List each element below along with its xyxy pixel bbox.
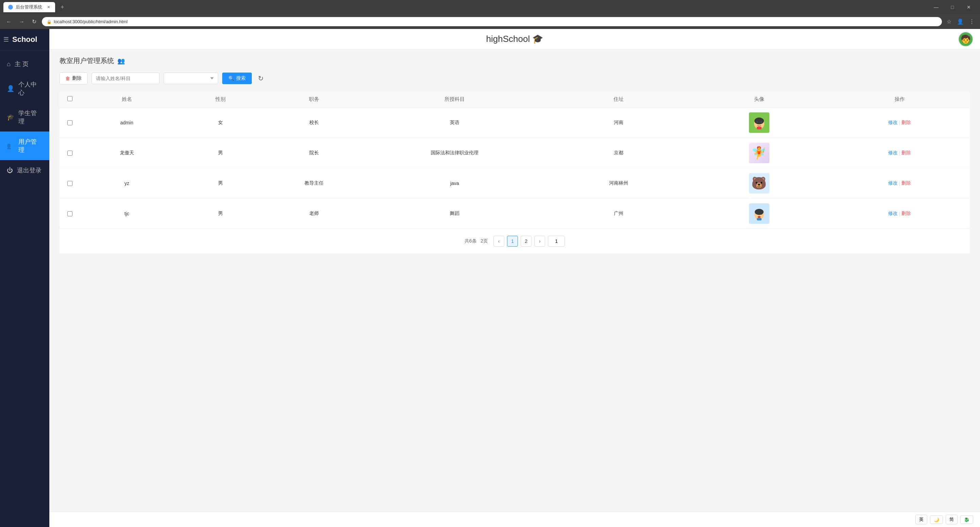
- row1-checkbox[interactable]: [67, 120, 73, 125]
- row2-gender: 男: [173, 145, 267, 161]
- dragon-button[interactable]: 🐉: [960, 516, 973, 524]
- table-header: 姓名 性别 职务 所授科目 住址 头像 操作: [60, 91, 970, 108]
- theme-button[interactable]: 🌙: [930, 516, 943, 524]
- row2-edit-button[interactable]: 修改: [888, 150, 898, 156]
- row4-delete-button[interactable]: 删除: [901, 211, 911, 217]
- svg-point-7: [757, 121, 757, 122]
- row2-checkbox-cell: [60, 146, 80, 160]
- row1-actions: 修改 | 删除: [829, 115, 970, 131]
- row4-edit-button[interactable]: 修改: [888, 211, 898, 217]
- row2-position: 院长: [267, 145, 361, 161]
- page-2-button[interactable]: 2: [520, 236, 531, 247]
- row4-avatar-cell: [689, 199, 829, 228]
- col-checkbox: [60, 91, 80, 107]
- page-title-icon: 👥: [118, 57, 125, 65]
- sidebar-nav: ⌂ 主 页 👤 个人中心 🎓 学生管理 👥 用户管理 ⏻ 退出登录: [0, 50, 49, 527]
- main-content: highSchool 🎓 🧒 教室用户管理系统 👥 🗑 删除: [49, 29, 980, 527]
- row2-actions: 修改 | 删除: [829, 145, 970, 161]
- table-row: yz 男 教导主任 java 河南林州 🐻 修改 | 删除: [60, 168, 970, 199]
- header-title: highSchool 🎓: [71, 34, 958, 44]
- col-subject: 所授科目: [361, 91, 549, 107]
- pagination-total: 共6条 2页: [465, 238, 488, 244]
- sidebar-logo[interactable]: ☰ School: [0, 29, 49, 50]
- maximize-button[interactable]: □: [945, 2, 960, 12]
- row2-address: 京都: [548, 145, 689, 161]
- search-icon: 🔍: [228, 76, 234, 81]
- row2-checkbox[interactable]: [67, 150, 73, 156]
- svg-rect-6: [757, 127, 762, 129]
- simple-button[interactable]: 简: [946, 515, 958, 524]
- select-all-checkbox[interactable]: [67, 96, 73, 101]
- row3-delete-button[interactable]: 删除: [901, 180, 911, 186]
- row1-avatar-cell: [689, 108, 829, 137]
- svg-point-5: [754, 118, 764, 125]
- browser-titlebar: 后台管理系统 ✕ + — □ ✕: [0, 0, 980, 14]
- power-icon: ⏻: [7, 167, 13, 174]
- page-jump-input[interactable]: [548, 236, 565, 247]
- lang-button[interactable]: 英: [915, 515, 927, 524]
- col-avatar: 头像: [689, 91, 829, 107]
- sidebar-item-students[interactable]: 🎓 学生管理: [0, 103, 49, 131]
- row2-sep: |: [899, 150, 900, 156]
- refresh-button[interactable]: ↻: [256, 72, 266, 85]
- profile-icon[interactable]: 👤: [956, 17, 965, 26]
- toolbar: 🗑 删除 男 女 🔍 搜索 ↻: [60, 72, 970, 85]
- tab-title: 后台管理系统: [16, 4, 42, 10]
- search-label: 搜索: [236, 75, 246, 81]
- row4-actions: 修改 | 删除: [829, 206, 970, 222]
- search-input[interactable]: [92, 73, 159, 84]
- search-button[interactable]: 🔍 搜索: [222, 73, 252, 84]
- prev-page-button[interactable]: ‹: [493, 236, 504, 247]
- row4-checkbox-cell: [60, 206, 80, 221]
- person-icon: 👤: [7, 85, 14, 92]
- sidebar-item-home-label: 主 页: [14, 60, 29, 68]
- sidebar-item-users[interactable]: 👥 用户管理: [0, 131, 49, 160]
- sidebar-item-logout[interactable]: ⏻ 退出登录: [0, 160, 49, 180]
- browser-chrome: 后台管理系统 ✕ + — □ ✕ ← → ↻ 🔒 localhost:3000/…: [0, 0, 980, 29]
- row1-address: 河南: [548, 115, 689, 131]
- table-row: tjc 男 老师 舞蹈 广州: [60, 199, 970, 228]
- refresh-icon: ↻: [258, 75, 264, 82]
- data-table: 姓名 性别 职务 所授科目 住址 头像 操作 admin 女 校长 英语: [60, 91, 970, 228]
- menu-icon[interactable]: ⋮: [968, 17, 976, 26]
- row2-avatar: 🧚: [749, 143, 769, 163]
- trash-icon: 🗑: [65, 76, 70, 81]
- bookmark-icon[interactable]: ☆: [945, 17, 953, 26]
- tab-close-icon[interactable]: ✕: [47, 5, 50, 10]
- row3-edit-button[interactable]: 修改: [888, 180, 898, 186]
- col-gender: 性别: [173, 91, 267, 107]
- svg-point-14: [758, 216, 760, 218]
- row1-edit-button[interactable]: 修改: [888, 120, 898, 126]
- col-address: 住址: [548, 91, 689, 107]
- close-button[interactable]: ✕: [961, 2, 977, 12]
- browser-tab[interactable]: 后台管理系统 ✕: [3, 2, 55, 12]
- row1-position: 校长: [267, 115, 361, 131]
- gender-select[interactable]: 男 女: [164, 73, 218, 84]
- graduation-icon: 🎓: [7, 113, 14, 121]
- page-title-bar: 教室用户管理系统 👥: [60, 56, 970, 65]
- forward-button[interactable]: →: [17, 18, 27, 26]
- row1-delete-button[interactable]: 删除: [901, 120, 911, 126]
- row3-position: 教导主任: [267, 176, 361, 191]
- row4-checkbox[interactable]: [67, 211, 73, 216]
- page-1-button[interactable]: 1: [507, 236, 518, 247]
- batch-delete-button[interactable]: 🗑 删除: [60, 72, 88, 85]
- row3-address: 河南林州: [548, 176, 689, 191]
- minimize-button[interactable]: —: [928, 2, 944, 12]
- user-avatar[interactable]: 🧒: [958, 32, 973, 47]
- back-button[interactable]: ←: [4, 18, 14, 26]
- sidebar-item-profile[interactable]: 👤 个人中心: [0, 74, 49, 103]
- bottom-bar: 英 🌙 简 🐉: [49, 512, 980, 527]
- col-position: 职务: [267, 91, 361, 107]
- row2-delete-button[interactable]: 删除: [901, 150, 911, 156]
- window-controls: — □ ✕: [928, 2, 977, 12]
- pages-text: 2页: [480, 238, 488, 244]
- url-bar[interactable]: 🔒 localhost:3000/public/html/admin.html: [42, 17, 942, 26]
- sidebar-item-home[interactable]: ⌂ 主 页: [0, 54, 49, 74]
- row4-subject: 舞蹈: [361, 206, 549, 222]
- sidebar-item-students-label: 学生管理: [18, 109, 43, 125]
- reload-button[interactable]: ↻: [30, 17, 38, 26]
- next-page-button[interactable]: ›: [534, 236, 545, 247]
- new-tab-button[interactable]: +: [58, 4, 67, 11]
- row3-checkbox[interactable]: [67, 181, 73, 186]
